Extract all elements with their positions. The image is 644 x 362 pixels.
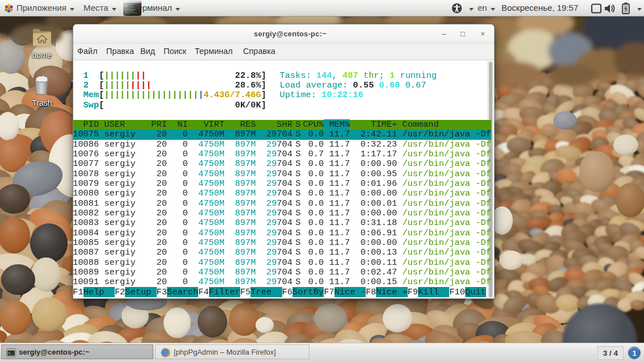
svg-text:>_: >_ (8, 352, 12, 356)
svg-text:1: 1 (632, 349, 636, 357)
